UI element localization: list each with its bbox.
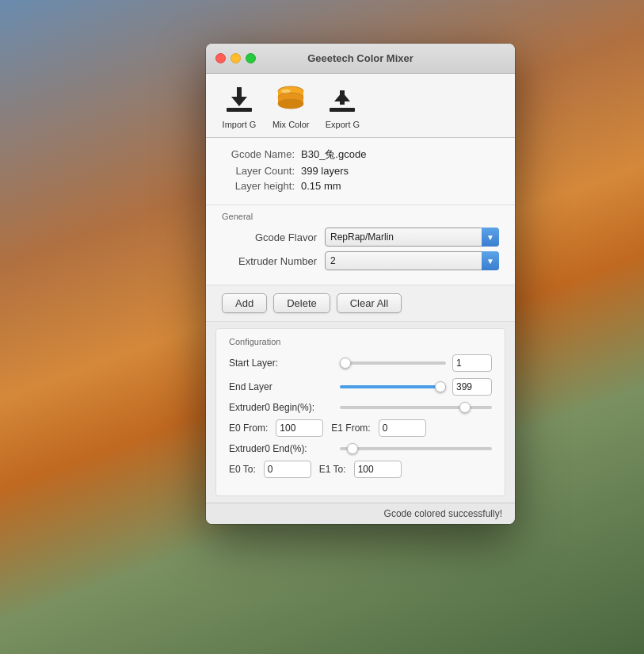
e1-to-label: E1 To: [319, 464, 346, 475]
status-message: Gcode colored successfully! [384, 508, 502, 519]
e0-to-input[interactable]: 0 [264, 461, 311, 478]
gcode-flavor-select[interactable]: RepRap/Marlin Repetier Teacup MakerBot [325, 228, 499, 247]
e0e1-to-row: E0 To: 0 E1 To: 100 [229, 461, 492, 478]
title-bar: Geeetech Color Mixer [206, 44, 515, 74]
export-icon [325, 82, 360, 117]
e0-from-input[interactable]: 100 [276, 419, 323, 437]
svg-rect-9 [330, 108, 355, 112]
e0-from-label: E0 From: [229, 423, 268, 434]
gcode-name-label: Gcode Name: [222, 148, 301, 160]
svg-marker-2 [231, 97, 247, 106]
extruder0-end-slider[interactable] [340, 447, 492, 450]
main-window: Geeetech Color Mixer Import G [206, 44, 515, 524]
layer-count-value: 399 layers [301, 165, 349, 177]
layer-count-row: Layer Count: 399 layers [222, 165, 499, 177]
extruder-number-select[interactable]: 1 2 3 4 [325, 251, 499, 270]
extruder0-begin-slider-container [340, 406, 492, 409]
extruder0-begin-row: Extruder0 Begin(%): [229, 402, 492, 413]
gcode-name-value: B30_兔.gcode [301, 147, 366, 162]
svg-point-7 [278, 99, 303, 109]
start-layer-slider[interactable] [340, 361, 446, 365]
extruder0-end-label: Extruder0 End(%): [229, 443, 340, 454]
extruder-number-label: Extruder Number [222, 255, 325, 267]
import-button[interactable]: Import G [222, 82, 257, 129]
svg-rect-0 [227, 108, 252, 112]
svg-point-8 [281, 90, 291, 94]
gcode-flavor-select-wrapper[interactable]: RepRap/Marlin Repetier Teacup MakerBot ▼ [325, 228, 499, 247]
end-layer-slider[interactable] [340, 385, 446, 388]
toolbar: Import G Mix Color [206, 74, 515, 138]
export-label: Export G [326, 120, 360, 129]
mix-color-label: Mix Color [272, 120, 309, 129]
config-section: Configuration Start Layer: 1 End Layer 3… [215, 328, 505, 496]
import-icon [222, 82, 257, 117]
general-section: General Gcode Flavor RepRap/Marlin Repet… [206, 205, 515, 285]
e0e1-from-row: E0 From: 100 E1 From: 0 [229, 419, 492, 437]
e1-to-input[interactable]: 100 [354, 461, 402, 478]
traffic-lights [215, 53, 256, 63]
extruder0-end-slider-container [340, 447, 492, 450]
end-layer-input[interactable]: 399 [452, 378, 492, 396]
gcode-flavor-label: Gcode Flavor [222, 231, 325, 243]
extruder-number-row: Extruder Number 1 2 3 4 ▼ [222, 251, 499, 270]
close-button[interactable] [215, 53, 226, 63]
add-button[interactable]: Add [222, 293, 267, 313]
e0-to-label: E0 To: [229, 464, 256, 475]
mix-color-button[interactable]: Mix Color [272, 82, 309, 129]
maximize-button[interactable] [246, 53, 256, 63]
gcode-name-row: Gcode Name: B30_兔.gcode [222, 147, 499, 162]
extruder0-begin-slider[interactable] [340, 406, 492, 409]
layer-count-label: Layer Count: [222, 165, 301, 177]
extruder0-end-row: Extruder0 End(%): [229, 443, 492, 454]
e1-from-label: E1 From: [331, 423, 370, 434]
delete-button[interactable]: Delete [273, 293, 330, 313]
start-layer-input[interactable]: 1 [452, 354, 492, 372]
export-button[interactable]: Export G [325, 82, 360, 129]
window-title: Geeetech Color Mixer [307, 52, 413, 64]
end-layer-row: End Layer 399 [229, 378, 492, 396]
info-section: Gcode Name: B30_兔.gcode Layer Count: 399… [206, 138, 515, 205]
layer-height-row: Layer height: 0.15 mm [222, 180, 499, 192]
extruder-number-select-wrapper[interactable]: 1 2 3 4 ▼ [325, 251, 499, 270]
gcode-flavor-row: Gcode Flavor RepRap/Marlin Repetier Teac… [222, 228, 499, 247]
e1-from-input[interactable]: 0 [379, 419, 426, 437]
config-section-title: Configuration [229, 337, 492, 346]
import-label: Import G [223, 120, 257, 129]
extruder0-begin-label: Extruder0 Begin(%): [229, 402, 340, 413]
layer-height-value: 0.15 mm [301, 180, 341, 192]
clear-all-button[interactable]: Clear All [337, 293, 402, 313]
svg-marker-11 [334, 92, 350, 101]
end-layer-label: End Layer [229, 381, 340, 392]
layer-height-label: Layer height: [222, 180, 301, 192]
general-section-title: General [222, 212, 499, 221]
status-bar: Gcode colored successfully! [206, 503, 515, 524]
start-layer-row: Start Layer: 1 [229, 354, 492, 372]
start-layer-label: Start Layer: [229, 358, 340, 369]
action-buttons-row: Add Delete Clear All [206, 285, 515, 322]
start-layer-slider-container: 1 [340, 354, 492, 372]
end-layer-slider-container: 399 [340, 378, 492, 396]
mix-color-icon [273, 82, 308, 117]
minimize-button[interactable] [231, 53, 241, 63]
